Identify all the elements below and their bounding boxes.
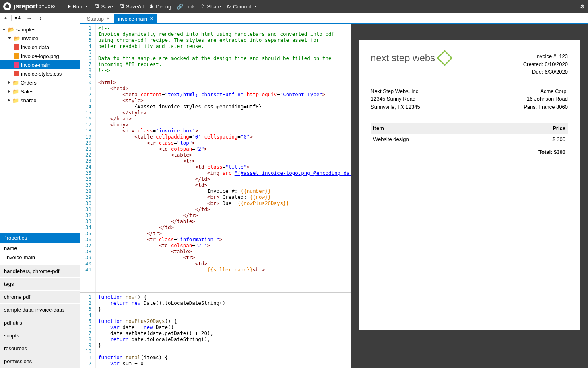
sidebar: + ▼A → ↕ 📂samples 📂Invoiceinvoice-datain…	[0, 13, 80, 368]
reorder-button[interactable]: ↕	[37, 14, 45, 22]
link-icon: 🔗	[177, 4, 183, 10]
tab-startup[interactable]: Startup✕	[83, 14, 114, 23]
save-button[interactable]: 🖫Save	[94, 4, 113, 10]
logo: jsreport STUDIO	[3, 2, 56, 10]
logo-sub: STUDIO	[39, 4, 56, 8]
file-tree: 📂samples 📂Invoiceinvoice-datainvoice-log…	[0, 23, 80, 233]
preview-page: next step webs Invoice #: 123 Created: 6…	[359, 40, 580, 330]
bug-icon: ✱	[149, 4, 154, 10]
to-address: Acme Corp. 16 Johnson Road Paris, France…	[524, 87, 568, 111]
properties-panel: name handlebars, chrome-pdftagschrome pd…	[0, 243, 80, 368]
prop-chrome-pdf[interactable]: chrome pdf	[0, 291, 80, 304]
invoice-meta: Invoice #: 123 Created: 6/10/2020 Due: 6…	[523, 52, 568, 76]
saveall-icon: 🖫	[119, 4, 124, 10]
close-icon[interactable]: ✕	[106, 16, 110, 21]
tree-item-invoice-logo-png[interactable]: invoice-logo.png	[0, 52, 80, 60]
filter-button[interactable]: ▼A	[13, 14, 21, 22]
debug-button[interactable]: ✱Debug	[149, 4, 171, 10]
commit-button[interactable]: ↻Commit	[227, 4, 257, 10]
tree-item-shared[interactable]: 📁shared	[0, 96, 80, 105]
tab-bar: Startup✕invoice-main✕	[80, 13, 588, 24]
save-icon: 🖫	[94, 4, 99, 10]
run-button[interactable]: Run	[68, 4, 89, 10]
main-editor[interactable]: 1234567891011121314151617181920212223242…	[80, 24, 351, 292]
prop-handlebars-chrome-pdf[interactable]: handlebars, chrome-pdf	[0, 265, 80, 278]
prop-sample-data-invoice-data[interactable]: sample data: invoice-data	[0, 304, 80, 316]
prop-permissions[interactable]: permissions	[0, 355, 80, 368]
file-icon	[14, 44, 19, 50]
tree-item-invoice-data[interactable]: invoice-data	[0, 43, 80, 52]
name-input[interactable]	[4, 253, 76, 262]
properties-header: Properties	[0, 233, 80, 243]
tree-item-orders[interactable]: 📁Orders	[0, 78, 80, 87]
table-row: Website design$ 300	[371, 134, 568, 145]
close-icon[interactable]: ✕	[150, 16, 153, 21]
sidebar-toolbar: + ▼A → ↕	[0, 13, 80, 23]
top-toolbar: jsreport STUDIO Run 🖫Save 🖫SaveAll ✱Debu…	[0, 0, 588, 13]
link-button[interactable]: 🔗Link	[177, 4, 195, 10]
tree-root[interactable]: 📂samples	[0, 25, 80, 34]
share-icon: ⇪	[200, 4, 205, 10]
prop-resources[interactable]: resources	[0, 342, 80, 355]
file-icon	[14, 71, 19, 76]
folder-icon: 📂	[14, 35, 20, 41]
helpers-editor[interactable]: 123456789101112function now() { return n…	[80, 292, 351, 368]
tree-item-invoice-main[interactable]: invoice-main	[0, 60, 80, 69]
saveall-button[interactable]: 🖫SaveAll	[119, 4, 144, 10]
invoice-logo: next step webs	[371, 52, 450, 64]
file-icon	[14, 62, 19, 68]
preview-pane: next step webs Invoice #: 123 Created: 6…	[351, 24, 588, 368]
gear-icon: ⚙	[580, 4, 585, 10]
tree-item-invoice[interactable]: 📂Invoice	[0, 34, 80, 43]
tree-item-invoice-styles-css[interactable]: invoice-styles.css	[0, 69, 80, 78]
editor-area: Startup✕invoice-main✕ 123456789101112131…	[80, 13, 588, 368]
logo-brand: jsreport	[14, 3, 38, 10]
settings-button[interactable]: ⚙	[580, 4, 585, 10]
folder-icon: 📁	[12, 89, 19, 95]
logo-icon	[3, 2, 11, 10]
prop-pdf-utils[interactable]: pdf utils	[0, 316, 80, 329]
file-icon	[14, 53, 19, 59]
folder-icon: 📁	[12, 80, 19, 86]
prop-tags[interactable]: tags	[0, 278, 80, 291]
commit-icon: ↻	[227, 4, 231, 10]
company-icon	[437, 50, 453, 66]
from-address: Next Step Webs, Inc. 12345 Sunny Road Su…	[371, 87, 420, 111]
tree-item-sales[interactable]: 📁Sales	[0, 87, 80, 96]
play-icon	[68, 4, 71, 8]
invoice-table: ItemPrice Website design$ 300	[371, 123, 568, 145]
tab-invoice-main[interactable]: invoice-main✕	[114, 14, 157, 23]
folder-icon: 📁	[12, 97, 19, 103]
invoice-total: Total: $300	[371, 145, 568, 159]
next-button[interactable]: →	[25, 14, 33, 22]
prop-scripts[interactable]: scripts	[0, 329, 80, 342]
share-button[interactable]: ⇪Share	[200, 4, 221, 10]
prop-name: name	[0, 243, 80, 265]
add-button[interactable]: +	[2, 14, 10, 22]
folder-icon: 📂	[8, 27, 14, 33]
